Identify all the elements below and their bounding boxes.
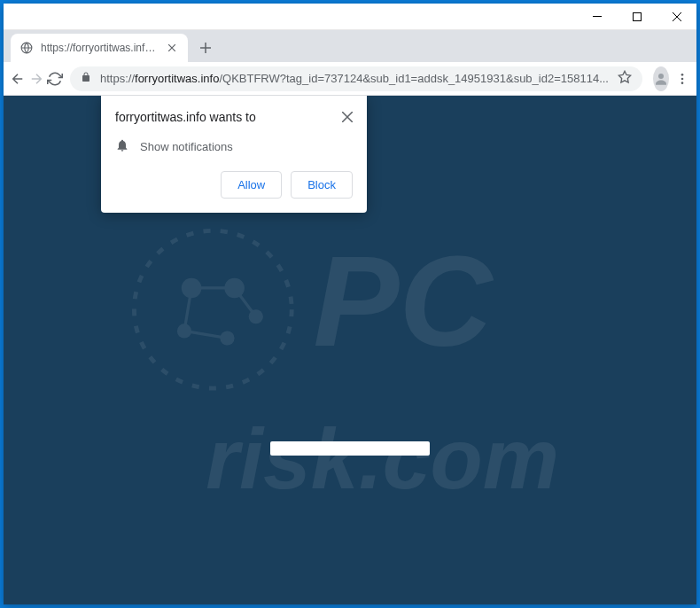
watermark-graphic: PC risk.com [48, 202, 679, 560]
browser-window: https://forryortitwas.info/QKBTF https:/… [4, 4, 696, 604]
reload-button[interactable] [46, 65, 63, 93]
new-tab-button[interactable] [193, 35, 218, 60]
user-icon [653, 71, 669, 87]
url-host: forryortitwas.info [135, 72, 219, 85]
browser-tab[interactable]: https://forryortitwas.info/QKBTF [11, 34, 188, 62]
url-path: /QKBTFRW?tag_id=737124&sub_id1=addsk_149… [219, 72, 609, 85]
svg-point-4 [658, 74, 664, 79]
svg-point-5 [681, 74, 684, 76]
maximize-icon [633, 12, 642, 21]
svg-rect-1 [633, 12, 641, 20]
bell-icon [115, 138, 129, 155]
forward-button[interactable] [27, 65, 44, 93]
window-close-button[interactable] [657, 4, 696, 30]
svg-line-15 [184, 288, 191, 331]
svg-point-8 [134, 230, 292, 388]
close-icon [673, 12, 681, 21]
plus-icon [200, 43, 211, 53]
url-protocol: https:// [100, 72, 135, 85]
dialog-actions: Allow Block [115, 171, 353, 199]
dots-vertical-icon [675, 72, 689, 86]
svg-point-9 [182, 278, 202, 299]
svg-line-16 [235, 288, 256, 316]
address-bar[interactable]: https://forryortitwas.info/QKBTFRW?tag_i… [70, 66, 642, 91]
star-icon [618, 70, 632, 84]
browser-toolbar: https://forryortitwas.info/QKBTFRW?tag_i… [4, 62, 696, 96]
menu-button[interactable] [674, 65, 691, 93]
tab-strip: https://forryortitwas.info/QKBTF [4, 30, 696, 62]
dialog-header: forryortitwas.info wants to [115, 110, 353, 126]
tab-close-button[interactable] [165, 41, 179, 55]
dialog-close-button[interactable] [342, 110, 353, 126]
page-content: PC risk.com forryortitwas.info wants to … [4, 96, 696, 604]
profile-button[interactable] [653, 66, 669, 91]
watermark: PC risk.com [48, 202, 679, 560]
svg-point-6 [681, 77, 684, 80]
svg-point-12 [220, 331, 234, 345]
reload-icon [47, 71, 63, 87]
globe-icon [19, 41, 34, 55]
close-icon [168, 44, 175, 51]
svg-point-7 [681, 82, 684, 84]
svg-text:PC: PC [313, 229, 494, 373]
svg-marker-3 [618, 71, 630, 82]
lock-icon [81, 71, 91, 86]
svg-point-10 [224, 278, 245, 299]
progress-bar [270, 441, 430, 456]
arrow-right-icon [28, 71, 44, 87]
svg-point-11 [177, 323, 191, 338]
svg-line-17 [184, 331, 227, 338]
back-button[interactable] [9, 65, 26, 93]
window-titlebar [4, 4, 696, 30]
dialog-title: forryortitwas.info wants to [115, 110, 256, 124]
allow-button[interactable]: Allow [221, 171, 282, 199]
window-minimize-button[interactable] [577, 4, 617, 30]
bookmark-button[interactable] [618, 70, 632, 87]
window-maximize-button[interactable] [617, 4, 657, 30]
url-text: https://forryortitwas.info/QKBTFRW?tag_i… [100, 72, 609, 85]
permission-row: Show notifications [115, 138, 353, 155]
svg-point-13 [249, 309, 263, 323]
block-button[interactable]: Block [291, 171, 353, 199]
permission-label: Show notifications [140, 140, 233, 153]
svg-rect-0 [593, 16, 602, 17]
svg-text:risk.com: risk.com [206, 410, 559, 507]
minimize-icon [593, 16, 602, 17]
permission-dialog: forryortitwas.info wants to Show notific… [101, 96, 367, 213]
arrow-left-icon [10, 71, 26, 87]
tab-title: https://forryortitwas.info/QKBTF [41, 42, 158, 54]
close-icon [342, 112, 353, 122]
